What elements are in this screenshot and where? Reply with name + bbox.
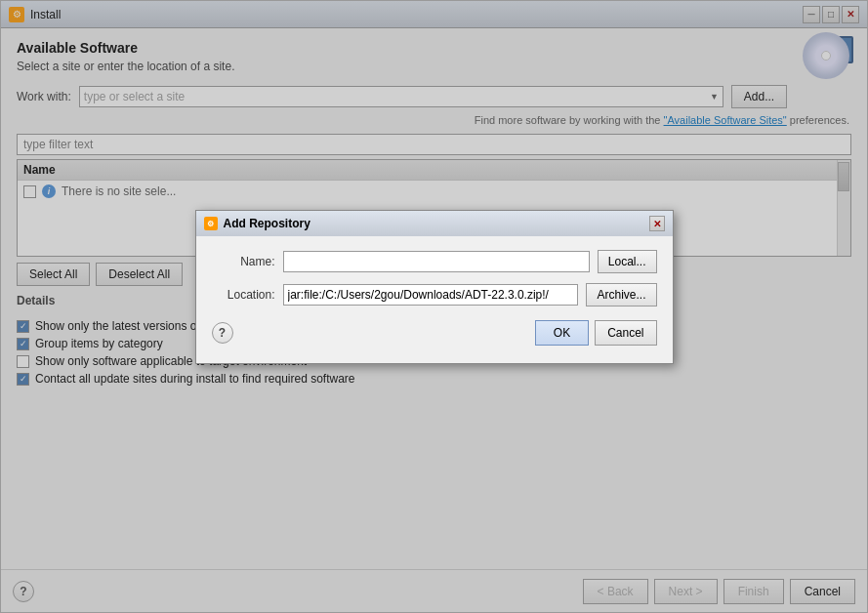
dialog-location-label: Location:: [212, 288, 275, 302]
dialog-action-buttons: OK Cancel: [233, 320, 657, 346]
dialog-title-bar: ⚙ Add Repository ✕: [196, 211, 673, 236]
dialog-help-button[interactable]: ?: [212, 322, 233, 344]
dialog-title: Add Repository: [224, 217, 643, 230]
main-window: ⚙ Install ─ □ ✕ Available Software Selec…: [0, 0, 868, 613]
archive-button[interactable]: Archive...: [586, 283, 656, 306]
dialog-location-row: Location: Archive...: [212, 283, 657, 306]
modal-overlay: ⚙ Add Repository ✕ Name: Local... Locati…: [1, 1, 867, 612]
add-repository-dialog: ⚙ Add Repository ✕ Name: Local... Locati…: [195, 210, 674, 364]
dialog-cancel-button[interactable]: Cancel: [595, 320, 656, 346]
dialog-name-label: Name:: [212, 255, 275, 268]
dialog-ok-button[interactable]: OK: [535, 320, 589, 346]
dialog-content: Name: Local... Location: Archive... ? OK…: [196, 236, 673, 363]
dialog-name-row: Name: Local...: [212, 250, 657, 273]
local-button[interactable]: Local...: [598, 250, 657, 273]
dialog-location-input[interactable]: [283, 284, 579, 306]
dialog-bottom-row: ? OK Cancel: [212, 316, 657, 349]
dialog-title-icon: ⚙: [204, 217, 218, 230]
dialog-name-input[interactable]: [283, 251, 590, 272]
dialog-close-button[interactable]: ✕: [649, 216, 665, 231]
